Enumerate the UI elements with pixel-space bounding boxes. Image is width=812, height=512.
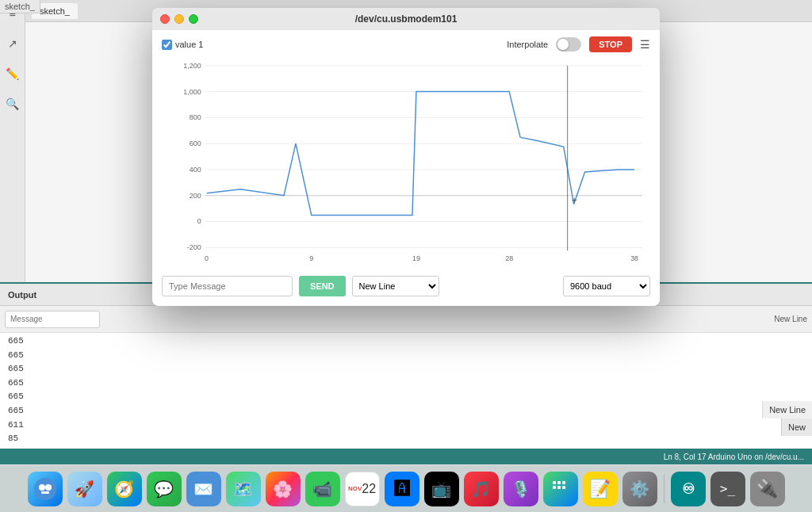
dock-icon-calendar[interactable]: NOV 22 [345,472,380,506]
value1-label: value 1 [175,40,203,49]
dock-icon-syspreferences[interactable]: ⚙️ [622,472,657,506]
output-content: 665 665 665 665 665 665 611 85 306 379 4… [0,333,812,449]
dock-icon-finder[interactable] [28,472,63,506]
output-line-8: 85 [8,432,804,446]
dock-icon-tv[interactable]: 📺 [424,472,459,506]
plot-controls: value 1 Interpolate STOP ☰ [162,36,650,52]
svg-rect-29 [562,481,565,484]
dock-icon-music[interactable]: 🎵 [464,472,499,506]
svg-rect-31 [557,486,561,489]
dock-calendar-date: 22 [362,482,376,496]
output-toolbar: New Line [0,306,812,333]
close-button[interactable] [160,14,170,24]
svg-text:1,200: 1,200 [183,62,201,70]
svg-rect-26 [41,491,49,494]
output-new-line-label: New Line [774,315,807,323]
menu-icon[interactable]: ☰ [640,38,650,51]
dock-icon-launchpad[interactable]: 🚀 [67,472,102,506]
svg-rect-32 [562,486,565,489]
svg-rect-30 [553,486,556,489]
status-bar-text: Ln 8, Col 17 Arduino Uno on /dev/cu.u... [664,453,804,461]
output-panel: Output New Line 665 665 665 665 665 665 … [0,282,812,449]
output-line-2: 665 [8,349,804,363]
dock: 🚀 🧭 💬 ✉️ 🗺️ 🌸 📹 NOV 22 🅰 📺 🎵 🎙️ 📝 ⚙️ ♾ >… [0,464,812,512]
svg-point-23 [34,478,56,500]
dock-icon-mail[interactable]: ✉️ [186,472,221,506]
modal-content: value 1 Interpolate STOP ☰ [152,30,660,306]
dock-icon-terminal[interactable]: >_ [710,472,745,506]
svg-text:1,000: 1,000 [183,88,201,96]
svg-text:-200: -200 [187,243,201,251]
stop-button[interactable]: STOP [589,36,632,52]
svg-text:0: 0 [205,254,209,262]
svg-text:9: 9 [309,254,313,262]
sketch-title: sketch_ [0,0,40,13]
output-line-1: 665 [8,334,804,349]
svg-rect-28 [557,481,561,484]
dock-icon-messages[interactable]: 💬 [147,472,182,506]
dock-icon-arduino[interactable]: ♾ [671,472,706,506]
modal-titlebar: /dev/cu.usbmodem101 [152,8,660,30]
chart-svg: 1,200 1,000 800 600 400 200 0 -200 0 9 1… [162,57,650,271]
serial-plotter-modal[interactable]: /dev/cu.usbmodem101 value 1 Interpolate … [152,8,660,306]
sidebar-icon-4[interactable]: 🔍 [6,97,20,111]
svg-text:19: 19 [412,254,420,262]
svg-point-24 [39,484,45,491]
new-button-area[interactable]: New [781,418,812,436]
dock-icon-facetime[interactable]: 📹 [305,472,340,506]
svg-text:800: 800 [190,113,201,121]
dock-icon-plugin[interactable]: 🔌 [750,472,785,506]
plot-send-button[interactable]: SEND [299,276,346,296]
sidebar-icon-2[interactable]: ↗ [6,36,20,51]
dock-icon-notes[interactable]: 📝 [583,472,618,506]
chart-container: 1,200 1,000 800 600 400 200 0 -200 0 9 1… [162,57,650,271]
modal-title: /dev/cu.usbmodem101 [355,13,458,25]
legend-item-value1: value 1 [162,40,203,50]
svg-text:200: 200 [190,192,201,200]
new-line-right: New Line [762,401,812,418]
svg-text:0: 0 [197,218,201,226]
chart-line-value1 [207,92,634,216]
output-line-6: 665 [8,404,804,418]
interpolate-toggle[interactable] [556,37,581,52]
new-line-right-label: New Line [769,405,806,415]
output-message-input[interactable] [5,311,100,328]
new-button-label: New [788,422,806,432]
output-line-3: 665 [8,362,804,376]
minimize-button[interactable] [174,14,184,24]
svg-point-25 [45,484,52,491]
plot-message-input[interactable] [162,276,293,296]
dock-separator [664,475,665,503]
svg-text:600: 600 [190,139,201,147]
dock-icon-podcasts[interactable]: 🎙️ [504,472,538,506]
svg-rect-27 [553,481,556,484]
sidebar-icon-3[interactable]: ✏️ [6,67,20,81]
dock-icon-numbers[interactable] [543,472,578,506]
plot-bottom-controls: SEND New Line 9600 baud [162,271,650,300]
output-line-4: 665 [8,376,804,391]
interpolate-label: Interpolate [507,40,548,49]
dock-icon-appstore[interactable]: 🅰 [385,472,419,506]
status-bar: Ln 8, Col 17 Arduino Uno on /dev/cu.u... [0,449,812,464]
svg-text:38: 38 [630,254,638,262]
value1-checkbox[interactable] [162,40,172,50]
plot-baud-select[interactable]: 9600 baud [563,276,650,296]
cursor-crosshair: + [572,195,577,206]
maximize-button[interactable] [189,14,198,24]
output-header-label: Output [8,290,36,300]
dock-icon-maps[interactable]: 🗺️ [226,472,261,506]
svg-text:400: 400 [190,166,201,174]
dock-icon-safari[interactable]: 🧭 [107,472,142,506]
output-line-7: 611 [8,418,804,433]
arduino-icon-symbol: ♾ [682,480,695,498]
dock-icon-photos[interactable]: 🌸 [266,472,301,506]
toggle-knob [557,39,569,50]
svg-text:28: 28 [505,254,513,262]
output-line-5: 665 [8,390,804,404]
terminal-icon-symbol: >_ [720,481,735,496]
plot-controls-right: Interpolate STOP ☰ [507,36,650,52]
plot-newline-select[interactable]: New Line [352,276,439,296]
